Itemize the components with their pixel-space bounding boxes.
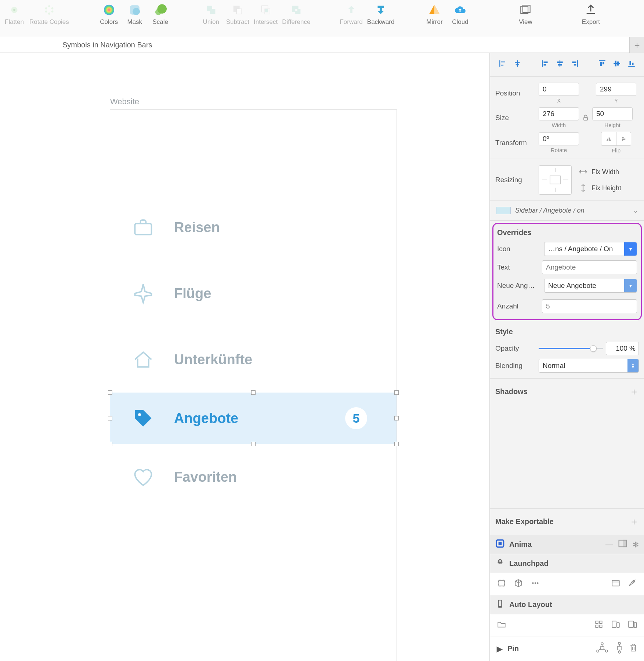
pin-graph-icon[interactable] [595,642,609,656]
intersect-icon [260,4,272,16]
size-height-input[interactable] [592,107,633,120]
blending-select[interactable]: Normal▲▼ [539,359,639,373]
align-vcenter-button[interactable] [609,57,624,70]
svg-point-12 [157,4,167,13]
flip-vertical-button[interactable] [616,132,631,145]
gear-icon[interactable]: ✻ [633,540,639,549]
trash-icon[interactable] [629,643,637,654]
subtract-button[interactable]: Subtract [226,4,249,33]
cloud-button[interactable]: Cloud [449,4,471,33]
override-icon-value: …ns / Angebote / On [548,245,613,253]
flatten-icon [8,4,21,16]
fix-height-toggle[interactable]: Fix Height [578,181,621,195]
backward-button[interactable]: Backward [367,4,395,33]
flip-horizontal-button[interactable] [601,132,616,145]
y-sublabel: Y [596,97,636,104]
export-button[interactable]: Export [580,4,601,33]
launchpad-panel-header[interactable]: Launchpad [490,554,644,573]
shadows-section-toggle[interactable]: Shadows ＋ [490,378,644,405]
align-left-edge-button[interactable] [538,57,553,70]
colors-button[interactable]: Colors [98,4,120,33]
nav-item-favoriten[interactable]: Favoriten [110,444,397,510]
export-icon [585,4,597,16]
mirror-button[interactable]: Mirror [424,4,445,33]
nav-item-unterkuenfte[interactable]: Unterkünfte [110,326,397,393]
svg-rect-26 [559,60,560,67]
grid-icon[interactable] [594,620,604,631]
svg-point-49 [532,582,533,584]
override-icon-select[interactable]: …ns / Angebote / On▾ [544,242,637,256]
more-icon[interactable] [531,578,540,590]
lock-aspect-icon[interactable] [582,114,589,122]
override-text-input[interactable] [542,260,637,274]
nav-item-angebote[interactable]: Angebote 5 [110,393,397,444]
resizing-label: Resizing [495,176,536,184]
override-neue-select[interactable]: Neue Angebote▾ [544,279,637,293]
symbol-selector[interactable]: Sidebar / Angebote / on ⌄ [495,206,639,215]
resizing-constraints-control[interactable] [539,165,572,195]
align-right-edge-button[interactable] [567,57,582,70]
svg-rect-34 [603,62,604,65]
cube-icon[interactable] [514,578,523,590]
artboard-icon[interactable] [497,578,506,590]
position-x-input[interactable] [539,83,579,96]
nav-label: Unterkünfte [174,352,252,368]
svg-rect-67 [600,647,604,650]
mask-button[interactable]: Mask [124,4,145,33]
align-bottom-button[interactable] [624,57,639,70]
pin-section[interactable]: ▶ Pin [490,636,644,661]
position-y-input[interactable] [596,83,636,96]
panel-toggle-icon[interactable] [618,539,627,550]
add-page-button[interactable]: ＋ [629,37,644,53]
nav-item-fluege[interactable]: Flüge [110,260,397,326]
align-center-h-button[interactable] [553,57,567,70]
breadcrumb[interactable]: Symbols in Navigation Bars [62,41,152,49]
minimize-icon[interactable]: — [605,540,613,549]
blending-value: Normal [543,362,565,370]
cloud-icon [454,4,466,16]
folder-icon[interactable] [497,620,506,631]
rotate-copies-button[interactable]: Rotate Copies [29,4,69,33]
canvas[interactable]: Website Reisen Flüge Unterkünfte Angebot… [0,53,490,661]
align-top-button[interactable] [595,57,609,70]
autolayout-panel-header[interactable]: Auto Layout [490,595,644,614]
forward-button[interactable]: Forward [340,4,362,33]
rotate-input[interactable] [539,132,579,145]
view-button[interactable]: View [515,4,536,33]
svg-point-50 [535,582,536,584]
updown-caret-icon: ▲▼ [627,359,638,372]
svg-rect-14 [237,9,242,14]
override-text-label: Text [497,263,539,271]
make-exportable-toggle[interactable]: Make Exportable ＋ [490,508,644,535]
intersect-button[interactable]: Intersect [254,4,278,33]
fix-width-toggle[interactable]: Fix Width [578,165,621,179]
union-button[interactable]: Union [200,4,222,33]
rocket-small-icon[interactable] [628,578,637,590]
tablet-phone-icon[interactable] [628,620,637,631]
opacity-slider[interactable] [539,348,603,349]
flatten-button[interactable]: Flatten [4,4,25,33]
browser-icon[interactable] [611,578,621,590]
nav-item-reisen[interactable]: Reisen [110,194,397,260]
anima-panel-header[interactable]: Anima — ✻ [490,535,644,554]
difference-button[interactable]: Difference [282,4,310,33]
align-hcenter-button[interactable] [510,57,525,70]
scale-icon [154,4,167,16]
size-width-input[interactable] [539,107,579,120]
artboard-website[interactable]: Reisen Flüge Unterkünfte Angebote 5 [110,110,397,661]
svg-rect-55 [499,600,502,606]
opacity-input[interactable] [606,342,639,355]
scale-button[interactable]: Scale [150,4,171,33]
pin-center-icon[interactable] [615,642,624,656]
svg-rect-69 [618,646,621,650]
svg-rect-44 [499,542,502,545]
artboard-title[interactable]: Website [110,97,139,106]
align-left-button[interactable] [495,57,510,70]
height-sublabel: Height [592,122,633,128]
union-label: Union [203,18,219,26]
svg-rect-25 [543,64,546,65]
override-anzahl-input[interactable] [542,299,637,313]
svg-point-51 [537,582,538,584]
cloud-label: Cloud [452,18,468,26]
devices-icon[interactable] [611,620,621,631]
